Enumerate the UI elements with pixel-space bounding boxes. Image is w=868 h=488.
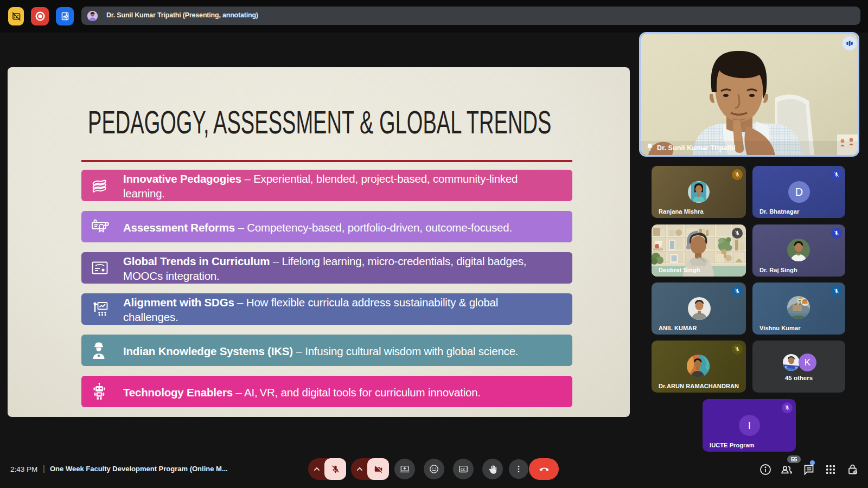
svg-text:CC: CC (461, 467, 466, 471)
svg-text:Pr: Pr (785, 366, 788, 369)
svg-text:Me: Me (795, 367, 799, 369)
